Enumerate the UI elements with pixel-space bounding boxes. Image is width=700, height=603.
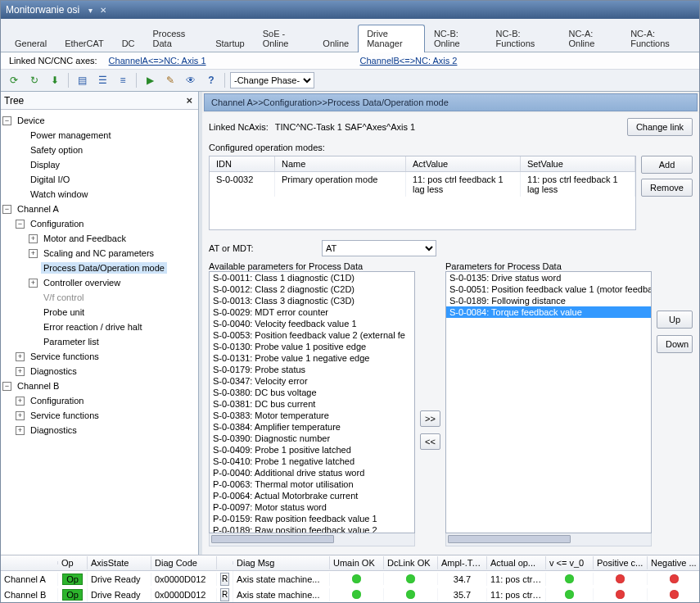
tab-drive-manager[interactable]: Drive Manager xyxy=(358,25,425,52)
tree-item[interactable]: +Diagnostics xyxy=(2,423,196,438)
eye-icon[interactable]: 👁 xyxy=(183,72,199,88)
tree-item[interactable]: +Diagnostics xyxy=(2,364,196,379)
expand-icon[interactable]: + xyxy=(29,249,38,258)
list-item[interactable]: S-0-0029: MDT error counter xyxy=(210,306,414,318)
tree-item[interactable]: +Controller overview xyxy=(2,275,196,290)
download-icon[interactable]: ⬇ xyxy=(47,72,63,88)
tree-item[interactable]: Probe unit xyxy=(2,305,196,320)
tree-item[interactable]: −Channel A xyxy=(2,202,196,216)
status-col-header[interactable]: Op xyxy=(58,556,88,569)
status-col-header[interactable] xyxy=(1,561,58,564)
tree-item[interactable]: −Device xyxy=(2,113,196,128)
status-col-header[interactable]: Positive c... xyxy=(594,556,648,569)
tab-ethercat[interactable]: EtherCAT xyxy=(56,34,112,52)
list-item[interactable]: S-0-0011: Class 1 diagnostic (C1D) xyxy=(210,272,414,283)
expand-icon[interactable]: + xyxy=(16,352,25,361)
remove-button[interactable]: Remove xyxy=(641,179,693,197)
span-icon[interactable]: ≡ xyxy=(115,72,131,88)
tab-nc-a-functions[interactable]: NC-A: Functions xyxy=(621,25,694,52)
list-item[interactable]: P-0-0097: Motor status word xyxy=(210,501,414,513)
tab-nc-b-online[interactable]: NC-B: Online xyxy=(425,25,487,52)
tab-nc-b-functions[interactable]: NC-B: Functions xyxy=(487,25,560,52)
expand-icon[interactable]: + xyxy=(29,279,38,288)
list-item[interactable]: P-0-0064: Actual Motorbrake current xyxy=(210,490,414,501)
list-item[interactable]: S-0-0384: Amplifier temperature xyxy=(210,421,414,433)
collapse-icon[interactable]: − xyxy=(16,220,25,229)
status-col-header[interactable]: Negative ... xyxy=(648,556,699,569)
tree-item[interactable]: Power management xyxy=(2,128,196,143)
tree-item[interactable]: +Configuration xyxy=(2,393,196,408)
list-item[interactable]: S-0-0013: Class 3 diagnostic (C3D) xyxy=(210,295,414,306)
tab-startup[interactable]: Startup xyxy=(206,34,253,52)
list-item[interactable]: S-0-0051: Position feedback value 1 (mot… xyxy=(446,283,651,295)
tree-item[interactable]: Display xyxy=(2,157,196,172)
tree-item[interactable]: Digital I/O xyxy=(2,172,196,187)
expand-icon[interactable]: + xyxy=(16,426,25,435)
down-button[interactable]: Down xyxy=(657,335,693,353)
tree-item[interactable]: +Scaling and NC parameters xyxy=(2,246,196,261)
tab-soe-online[interactable]: SoE - Online xyxy=(254,25,314,52)
tree-item[interactable]: V/f control xyxy=(2,290,196,305)
list-item[interactable]: S-0-0383: Motor temperature xyxy=(210,410,414,421)
tool-icon[interactable]: ✎ xyxy=(162,72,178,88)
tree-item[interactable]: −Configuration xyxy=(2,216,196,231)
status-col-header[interactable]: Umain OK xyxy=(330,556,384,569)
hscrollbar-left[interactable] xyxy=(209,533,415,546)
tree-item[interactable]: +Service functions xyxy=(2,408,196,423)
list-item[interactable]: S-0-0131: Probe value 1 negative edge xyxy=(210,352,414,364)
status-col-header[interactable]: Ampl-.Te... xyxy=(438,556,487,569)
tree-close-icon[interactable]: × xyxy=(183,94,195,107)
move-left-button[interactable]: << xyxy=(420,433,440,450)
list-item[interactable]: S-0-0189: Following distance xyxy=(446,295,651,306)
list-item[interactable]: S-0-0012: Class 2 diagnostic (C2D) xyxy=(210,283,414,295)
collapse-icon[interactable]: − xyxy=(2,205,11,214)
sel-params-list[interactable]: S-0-0135: Drive status wordS-0-0051: Pos… xyxy=(445,271,652,533)
list-item[interactable]: S-0-0130: Probe value 1 positive edge xyxy=(210,341,414,352)
at-mdt-select[interactable]: AT xyxy=(322,240,436,256)
tree-item[interactable]: +Motor and Feedback xyxy=(2,231,196,246)
tree-item[interactable]: Watch window xyxy=(2,187,196,202)
expand-icon[interactable]: + xyxy=(16,411,25,420)
change-link-button[interactable]: Change link xyxy=(627,118,693,136)
move-right-button[interactable]: >> xyxy=(420,410,440,427)
expand-icon[interactable]: + xyxy=(16,367,25,376)
status-col-header[interactable]: Diag Code xyxy=(151,556,217,569)
list-item[interactable]: P-0-0063: Thermal motor utilisation xyxy=(210,478,414,490)
pin-icon[interactable]: ▾ xyxy=(86,6,94,14)
list-item[interactable]: S-0-0410: Probe 1 negative latched xyxy=(210,456,414,467)
list-item[interactable]: P-0-0159: Raw position feedback value 1 xyxy=(210,513,414,524)
tab-online[interactable]: Online xyxy=(314,34,358,52)
tree-item[interactable]: Process Data/Operation mode xyxy=(2,261,196,275)
tab-general[interactable]: General xyxy=(6,34,56,52)
list-item[interactable]: S-0-0179: Probe status xyxy=(210,364,414,375)
expand-icon[interactable]: + xyxy=(16,397,25,406)
op-modes-grid[interactable]: IDN Name ActValue SetValue S-0-0032 Prim… xyxy=(209,156,636,230)
op-modes-row[interactable]: S-0-0032 Primary operation mode 11: pos … xyxy=(210,172,635,197)
refresh-icon[interactable]: ↻ xyxy=(26,72,43,88)
list-item[interactable]: S-0-0053: Position feedback value 2 (ext… xyxy=(210,329,414,341)
collapse-icon[interactable]: − xyxy=(2,116,11,125)
list-item[interactable]: S-0-0347: Velocity error xyxy=(210,375,414,387)
status-col-header[interactable]: v <= v_0 xyxy=(546,556,594,569)
list-item[interactable]: S-0-0040: Velocity feedback value 1 xyxy=(210,318,414,329)
tab-process-data[interactable]: Process Data xyxy=(144,25,207,52)
status-col-header[interactable] xyxy=(217,561,233,564)
add-button[interactable]: Add xyxy=(641,156,693,174)
linked-axis-a-link[interactable]: ChannelA<=>NC: Axis 1 xyxy=(109,56,206,66)
reset-button[interactable]: R xyxy=(217,587,233,603)
status-col-header[interactable]: AxisState xyxy=(88,556,151,569)
up-button[interactable]: Up xyxy=(657,311,693,329)
avail-params-list[interactable]: S-0-0011: Class 1 diagnostic (C1D)S-0-00… xyxy=(209,271,415,533)
tree-layout-icon[interactable]: ☰ xyxy=(94,72,111,88)
reset-button[interactable]: R xyxy=(217,571,233,587)
collapse-icon[interactable]: − xyxy=(2,382,11,391)
expand-icon[interactable]: + xyxy=(29,234,38,243)
status-col-header[interactable]: Diag Msg xyxy=(233,556,330,569)
tree[interactable]: −DevicePower managementSafety optionDisp… xyxy=(1,110,198,555)
tree-item[interactable]: Parameter list xyxy=(2,334,196,349)
linked-axis-b-link[interactable]: ChannelB<=>NC: Axis 2 xyxy=(360,56,458,66)
refresh-all-icon[interactable]: ⟳ xyxy=(6,72,22,88)
list-item[interactable]: S-0-0381: DC bus current xyxy=(210,398,414,410)
hscrollbar-right[interactable] xyxy=(445,533,652,546)
list-item[interactable]: S-0-0084: Torque feedback value xyxy=(446,306,651,318)
